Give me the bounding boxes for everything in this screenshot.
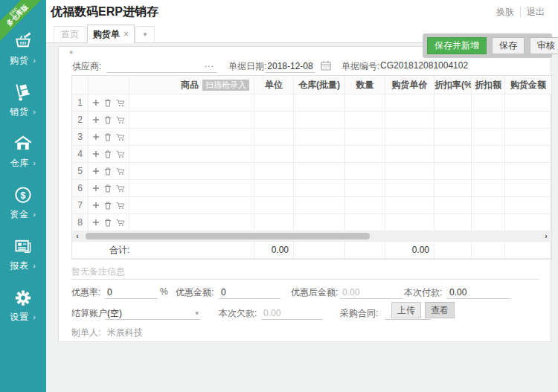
cell-discount-amount[interactable]: [472, 180, 505, 197]
cell-discount-amount[interactable]: [472, 214, 505, 231]
cell-price[interactable]: [385, 112, 434, 129]
sidebar-item-sales[interactable]: 销货›: [0, 81, 46, 132]
cell-qty[interactable]: [345, 214, 385, 231]
cart-icon[interactable]: [116, 99, 125, 107]
cell-amount[interactable]: [505, 146, 551, 163]
scroll-right-icon[interactable]: ›: [541, 231, 551, 241]
cell-qty[interactable]: [345, 163, 385, 180]
cell-amount[interactable]: [505, 94, 551, 112]
cell-warehouse[interactable]: [294, 112, 345, 129]
cart-icon[interactable]: [116, 150, 125, 158]
cell-warehouse[interactable]: [294, 214, 345, 231]
delete-row-icon[interactable]: [104, 219, 112, 227]
sidebar-item-reports[interactable]: 报表›: [0, 235, 46, 286]
cell-price[interactable]: [385, 214, 434, 231]
add-row-icon[interactable]: [92, 116, 100, 123]
payment-input[interactable]: 0.00: [447, 286, 510, 299]
scrollbar-thumb[interactable]: [86, 233, 370, 240]
sidebar-item-warehouse[interactable]: 仓库›: [0, 132, 46, 184]
view-button[interactable]: 查看: [425, 302, 455, 318]
cell-discount-rate[interactable]: [434, 180, 472, 197]
delete-row-icon[interactable]: [104, 167, 112, 176]
cell-amount[interactable]: [505, 112, 551, 129]
cell-price[interactable]: [385, 197, 434, 214]
add-row-icon[interactable]: [92, 219, 100, 226]
cell-qty[interactable]: [345, 180, 385, 197]
cell-discount-amount[interactable]: [472, 94, 505, 112]
cell-discount-rate[interactable]: [434, 112, 472, 129]
close-tab-icon[interactable]: ×: [124, 29, 129, 39]
cell-discount-amount[interactable]: [472, 197, 505, 214]
cell-price[interactable]: [385, 94, 434, 112]
add-row-icon[interactable]: [92, 133, 100, 141]
add-row-icon[interactable]: [92, 150, 100, 158]
cell-discount-rate[interactable]: [434, 163, 472, 180]
cell-amount[interactable]: [505, 197, 551, 214]
delete-row-icon[interactable]: [104, 99, 112, 107]
cell-discount-amount[interactable]: [472, 112, 505, 129]
asterisk-icon[interactable]: *: [69, 48, 73, 60]
scrollbar-track[interactable]: [83, 231, 541, 241]
save-button[interactable]: 保存: [492, 37, 525, 54]
cell-amount[interactable]: [505, 214, 551, 231]
cell-discount-rate[interactable]: [434, 197, 472, 214]
cell-price[interactable]: [385, 180, 434, 197]
tab-purchase-order[interactable]: 购货单×: [87, 25, 135, 43]
cell-discount-amount[interactable]: [472, 129, 505, 146]
cell-unit[interactable]: [254, 146, 294, 163]
cart-icon[interactable]: [116, 219, 125, 227]
cell-amount[interactable]: [505, 129, 551, 146]
cell-product[interactable]: [129, 197, 254, 214]
change-skin-link[interactable]: 换肤: [490, 7, 520, 17]
cell-amount[interactable]: [505, 180, 551, 197]
cell-qty[interactable]: [345, 197, 385, 214]
cell-product[interactable]: [129, 146, 254, 163]
discount-amount-input[interactable]: 0: [219, 286, 280, 299]
delete-row-icon[interactable]: [104, 202, 112, 210]
sidebar-item-purchase[interactable]: 购货›: [0, 30, 46, 81]
cell-discount-amount[interactable]: [472, 163, 505, 180]
cell-product[interactable]: [129, 129, 254, 146]
settlement-account-select[interactable]: (空)▾: [105, 307, 200, 320]
add-row-icon[interactable]: [92, 202, 100, 209]
cell-price[interactable]: [385, 146, 434, 163]
scan-gun-entry-badge[interactable]: 扫描枪录入: [202, 80, 249, 91]
audit-button[interactable]: 审核: [530, 37, 558, 54]
cell-discount-rate[interactable]: [434, 94, 472, 112]
delete-row-icon[interactable]: [104, 150, 112, 158]
delete-row-icon[interactable]: [104, 184, 112, 193]
cell-price[interactable]: [385, 129, 434, 146]
cell-discount-rate[interactable]: [434, 129, 472, 146]
cell-product[interactable]: [129, 112, 254, 129]
cell-unit[interactable]: [254, 163, 294, 180]
upload-button[interactable]: 上传: [391, 302, 421, 318]
cell-warehouse[interactable]: [294, 197, 345, 214]
cell-unit[interactable]: [254, 129, 294, 146]
cell-discount-rate[interactable]: [434, 214, 472, 231]
cell-unit[interactable]: [254, 94, 294, 112]
sidebar-item-funds[interactable]: $ 资金›: [0, 184, 46, 235]
cell-unit[interactable]: [254, 112, 294, 129]
after-discount-input[interactable]: 0.00: [340, 286, 403, 299]
cell-product[interactable]: [129, 180, 254, 197]
cell-unit[interactable]: [254, 180, 294, 197]
calendar-icon[interactable]: [321, 60, 331, 73]
tab-dropdown-icon[interactable]: ▾: [135, 26, 155, 42]
cell-product[interactable]: [129, 163, 254, 180]
scroll-left-icon[interactable]: ‹: [72, 231, 83, 241]
add-row-icon[interactable]: [92, 167, 100, 175]
cell-product[interactable]: [129, 214, 254, 231]
tab-home[interactable]: 首页: [54, 26, 86, 42]
cell-qty[interactable]: [345, 129, 385, 146]
cell-warehouse[interactable]: [294, 94, 345, 112]
cart-icon[interactable]: [116, 133, 125, 141]
delete-row-icon[interactable]: [104, 116, 112, 124]
save-and-new-button[interactable]: 保存并新增: [427, 37, 487, 54]
cell-warehouse[interactable]: [294, 163, 345, 180]
cell-qty[interactable]: [345, 94, 385, 112]
supplier-input[interactable]: [106, 60, 217, 73]
cart-icon[interactable]: [116, 116, 125, 124]
cell-product[interactable]: [129, 94, 254, 112]
cart-icon[interactable]: [116, 184, 125, 193]
add-row-icon[interactable]: [92, 99, 100, 106]
